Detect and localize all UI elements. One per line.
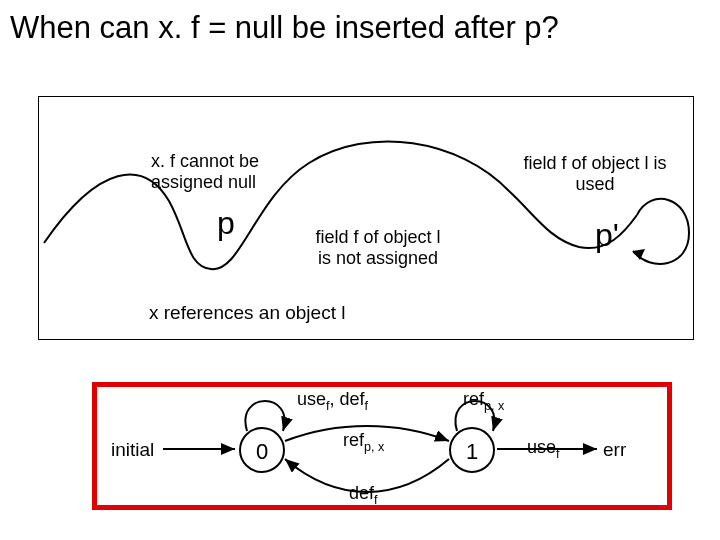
edge-0-1-label: refp, x	[343, 430, 384, 454]
edge-1-err-label: usef	[527, 437, 560, 461]
lower-frame: initial 0 1 err usef, deff refp, x deff …	[92, 382, 672, 510]
edge-1-selflabel: refp, x	[463, 389, 504, 413]
edge-1-0-label: deff	[349, 483, 378, 507]
annotation-x-references: x references an object l	[149, 302, 345, 324]
label-p: p	[217, 205, 235, 242]
label-initial: initial	[111, 439, 154, 461]
state-0: 0	[239, 427, 285, 473]
state-1: 1	[449, 427, 495, 473]
upper-frame: x. f cannot beassigned null p field f of…	[38, 96, 694, 340]
label-p-prime: p'	[595, 217, 619, 254]
page-title: When can x. f = null be inserted after p…	[10, 10, 559, 46]
annotation-used: field f of object l isused	[495, 153, 695, 194]
edge-0-selflabel: usef, deff	[297, 389, 368, 413]
annotation-not-assigned: field f of object lis not assigned	[283, 227, 473, 268]
annotation-cannot-assign: x. f cannot beassigned null	[151, 151, 291, 192]
state-err: err	[603, 439, 626, 461]
